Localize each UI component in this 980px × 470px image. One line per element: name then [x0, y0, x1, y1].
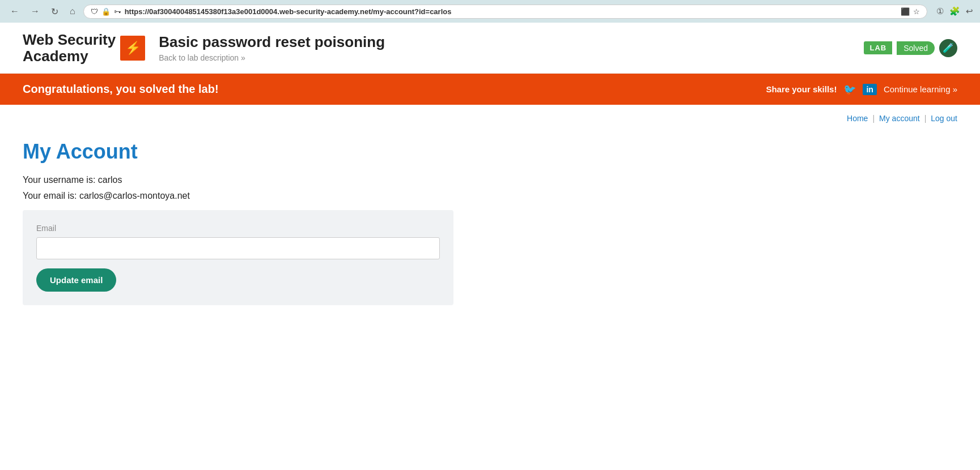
- log-out-nav-link[interactable]: Log out: [931, 114, 957, 123]
- back-to-lab-link[interactable]: Back to lab description »: [159, 53, 245, 62]
- url-path: /my-account?id=carlos: [371, 7, 451, 16]
- browser-chrome: ← → ↻ ⌂ 🛡 🔒 🗝 https://0af300400485145380…: [0, 0, 980, 23]
- update-email-button[interactable]: Update email: [36, 268, 116, 292]
- site-header: Web Security Academy ⚡ Basic password re…: [0, 23, 980, 74]
- back-button[interactable]: ←: [7, 5, 23, 18]
- lab-title: Basic password reset poisoning: [159, 33, 850, 51]
- top-nav: Home | My account | Log out: [0, 105, 980, 123]
- url-domain: web-security-academy.net: [279, 7, 371, 16]
- address-bar[interactable]: 🛡 🔒 🗝 https://0af300400485145380f13a3e00…: [83, 5, 927, 19]
- forward-button[interactable]: →: [27, 5, 43, 18]
- main-content: My Account Your username is: carlos Your…: [0, 123, 567, 317]
- twitter-icon[interactable]: 🐦: [843, 83, 856, 96]
- logo[interactable]: Web Security Academy ⚡: [23, 32, 145, 64]
- extensions-icon: 🧩: [949, 6, 960, 16]
- email-form-box: Email Update email: [23, 210, 453, 305]
- email-line: Your email is: carlos@carlos-montoya.net: [23, 191, 544, 201]
- my-account-nav-link[interactable]: My account: [879, 114, 920, 123]
- lock-icon: 🔒: [101, 7, 111, 16]
- share-section: Share your skills! 🐦 in Continue learnin…: [766, 83, 957, 96]
- share-label: Share your skills!: [766, 84, 837, 94]
- flask-icon: 🧪: [939, 39, 957, 57]
- url-prefix: https://0af300400485145380f13a3e001d0004…: [125, 7, 279, 16]
- email-form-label: Email: [36, 224, 440, 233]
- profile-icon: ①: [936, 6, 944, 16]
- congrats-text: Congratulations, you solved the lab!: [23, 83, 754, 96]
- home-button[interactable]: ⌂: [66, 5, 79, 18]
- email-input[interactable]: [36, 237, 440, 259]
- lab-title-section: Basic password reset poisoning Back to l…: [159, 33, 850, 63]
- security-icon: 🛡: [91, 7, 98, 16]
- lab-badge: LAB: [864, 41, 892, 54]
- logo-text: Web Security Academy: [23, 32, 116, 64]
- url-display: https://0af300400485145380f13a3e001d0004…: [125, 7, 897, 16]
- sep1: |: [872, 114, 875, 123]
- browser-icons: ① 🧩 ↩: [936, 6, 973, 16]
- logo-icon: ⚡: [120, 36, 145, 61]
- continue-learning-link[interactable]: Continue learning »: [884, 84, 957, 94]
- qr-icon: ⬛: [901, 7, 910, 16]
- page-title: My Account: [23, 140, 544, 164]
- sep2: |: [924, 114, 927, 123]
- home-nav-link[interactable]: Home: [847, 114, 868, 123]
- congrats-banner: Congratulations, you solved the lab! Sha…: [0, 74, 980, 105]
- menu-icon: ↩: [966, 6, 973, 16]
- lab-status-area: LAB Solved 🧪: [864, 39, 957, 57]
- star-icon: ☆: [913, 7, 920, 16]
- linkedin-icon[interactable]: in: [863, 84, 876, 95]
- key-icon: 🗝: [114, 7, 121, 16]
- reload-button[interactable]: ↻: [48, 5, 62, 18]
- lab-solved-label: Solved: [897, 41, 935, 55]
- username-line: Your username is: carlos: [23, 175, 544, 185]
